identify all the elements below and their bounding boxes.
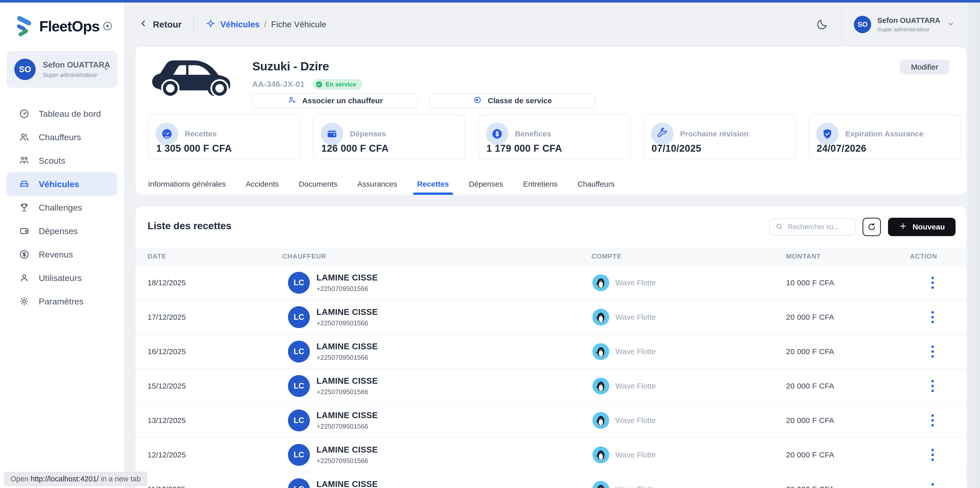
sidebar-item-label: Revenus [39,250,73,260]
driver-name: LAMINE CISSE [317,273,378,282]
chevron-down-icon [102,65,110,74]
amount: 20 000 F CFA [786,416,910,425]
table-row: 15/12/2025 LC LAMINE CISSE +225070950156… [135,369,966,403]
breadcrumb-vehicules-link[interactable]: Véhicules [220,20,260,29]
crosshair-icon [206,18,216,30]
sidebar-item-label: Dépenses [39,226,78,236]
sidebar-item-revenus[interactable]: Revenus [6,243,118,266]
column-header-montant: MONTANT [786,252,910,260]
recette-date: 17/12/2025 [148,313,282,322]
stat-card-expiration-assurance: Expiration Assurance 24/07/2026 [808,115,961,160]
driver-avatar: LC [288,478,310,488]
vehicle-card: Modifier Suzuki - Dzire AA-346-JX-01 [135,47,966,195]
driver-phone: +2250709501566 [317,457,378,465]
table-controls: Nouveau [769,218,956,236]
action-cell [910,311,966,323]
tab-depenses[interactable]: Dépenses [469,173,503,195]
table-row: 11/12/2025 LC LAMINE CISSE +225070950156… [135,472,966,488]
stat-label: Dépenses [350,129,386,138]
avatar: SO [14,59,36,80]
header-divider [193,16,194,33]
sidebar-item-label: Scouts [39,156,65,166]
table-body: 18/12/2025 LC LAMINE CISSE +225070950156… [135,266,966,488]
amount: 20 000 F CFA [786,485,910,488]
stat-value: 1 305 000 F CFA [156,143,232,154]
tab-accidents[interactable]: Accidents [246,173,279,195]
sidebar-item-tableau-de-bord[interactable]: Tableau de bord [6,102,118,126]
row-menu-button[interactable] [931,414,934,427]
refresh-icon [867,222,876,231]
tab-informations-generales[interactable]: Informations générales [148,173,226,195]
header-user-meta: Sefon OUATTARA Super administrateur [877,16,940,33]
vehicle-actions: Associer un chauffeur Classe de service [252,93,595,108]
associate-driver-button[interactable]: Associer un chauffeur [252,93,418,108]
row-menu-button[interactable] [931,449,934,461]
gear-icon [19,296,30,307]
stat-head: Expiration Assurance [809,115,960,145]
driver-phone: +2250709501566 [317,354,378,362]
row-menu-button[interactable] [931,483,934,488]
driver-cell: LC LAMINE CISSE +2250709501566 [282,410,592,431]
column-header-date: DATE [148,252,282,260]
table-row: 18/12/2025 LC LAMINE CISSE +225070950156… [135,266,966,300]
header-user-menu[interactable]: SO Sefon OUATTARA Super administrateur [854,16,955,33]
scrollbar[interactable] [968,3,980,488]
stat-head: Recettes [148,115,300,145]
sidebar-item-scouts[interactable]: Scouts [6,149,118,172]
stat-head: Benefices [479,115,630,145]
account-cell: Wave Flotte [592,343,786,360]
wallet-solid-icon [321,123,343,145]
sidebar-user-card[interactable]: SO Sefon OUATTARA Super administrateur [6,51,118,88]
wave-penguin-icon [592,447,609,463]
refresh-button[interactable] [862,218,881,236]
recette-date: 15/12/2025 [148,382,282,390]
driver-name: LAMINE CISSE [317,445,378,455]
search-icon [775,223,783,231]
edit-button[interactable]: Modifier [900,60,950,75]
stat-value: 126 000 F CFA [321,143,388,154]
tab-recettes[interactable]: Recettes [417,173,449,195]
stat-card-recettes: Recettes 1 305 000 F CFA [148,115,301,160]
driver-cell: LC LAMINE CISSE +2250709501566 [282,341,592,362]
sidebar-item-label: Challenges [39,203,82,213]
sidebar-user-meta: Sefon OUATTARA Super administrateur [43,61,102,78]
sidebar-item-challenges[interactable]: Challenges [6,196,118,219]
stat-head: Prochaine révision [644,115,795,145]
user-plus-icon [288,96,297,106]
amount: 10 000 F CFA [786,278,910,287]
wrench-icon [651,123,673,145]
top-accent-bar [0,0,980,3]
tab-assurances[interactable]: Assurances [357,173,397,195]
tab-chauffeurs[interactable]: Chauffeurs [578,173,615,195]
stat-card-benefices: Benefices 1 179 000 F CFA [478,115,631,160]
row-menu-button[interactable] [931,277,934,289]
sidebar-item-parametres[interactable]: Paramètres [6,290,118,313]
sidebar-item-utilisateurs[interactable]: Utilisateurs [6,266,118,290]
user-name: Sefon OUATTARA [877,16,940,25]
sidebar-item-vehicules[interactable]: Véhicules [6,172,118,196]
row-menu-button[interactable] [931,311,934,323]
tab-documents[interactable]: Documents [299,173,337,195]
action-cell [910,380,966,392]
gauge-icon [19,108,30,119]
stat-value: 1 179 000 F CFA [487,143,562,154]
new-button[interactable]: Nouveau [888,218,956,236]
sidebar-collapse-icon[interactable] [102,21,113,31]
list-title: Liste des recettes [148,220,232,231]
car-icon [19,179,30,190]
search-input[interactable] [787,223,849,231]
status-badge-label: En service [326,81,356,88]
row-menu-button[interactable] [931,380,934,392]
tab-entretiens[interactable]: Entretiens [523,173,557,195]
dark-mode-moon-icon[interactable] [816,19,828,30]
drivers-icon [19,132,30,142]
fleetops-logo-icon [15,14,34,38]
sidebar-item-depenses[interactable]: Dépenses [6,219,118,243]
row-menu-button[interactable] [931,346,934,358]
sidebar-item-chauffeurs[interactable]: Chauffeurs [6,126,118,149]
driver-name: LAMINE CISSE [317,376,378,386]
service-class-button[interactable]: Classe de service [430,93,595,108]
back-button[interactable]: Retour [139,19,182,30]
user-name: Sefon OUATTARA [43,61,102,70]
user-role: Super administrateur [877,26,940,33]
